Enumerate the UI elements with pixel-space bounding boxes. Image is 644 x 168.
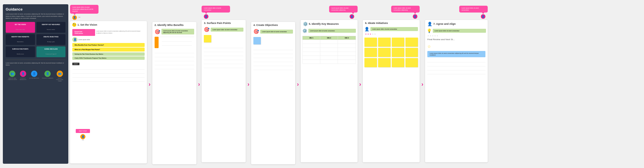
obj-title: 4. Create Objectives [253,24,278,26]
measures-cell-3-2 [320,48,338,52]
arrow-1: › [149,81,151,87]
measures-col-obj2: OBJ 2 [320,36,338,40]
guidance-node-agree-align: AGREE AND ALIGN Consensus & sign-off [36,46,66,57]
pain-icon-row: 🎯 Lorem ipsum dolor sit amet consectetur [202,26,246,33]
align-speech-bubble: Lorem ipsum dolor sit amet consectetur [459,6,488,13]
measures-cell-6-1 [302,60,320,64]
arrow-4: › [297,81,299,87]
measures-col-obj3: OBJ 3 [338,36,356,40]
section-who-benefits-wrapper: 2. Identify Who Benefits 🎯 Lorem ipsum d… [152,4,196,164]
obj-line-6 [253,66,293,70]
avatar-icon-pm: 👤 [20,71,26,77]
who-icon-row: 🎯 Lorem ipsum dolor sit amet consectetur… [152,28,196,36]
avatar-icon-scrum: 👤 [31,71,37,77]
section-ideate-initiatives: 6. Ideate Initiatives 👤 Lorem ipsum dolo… [363,20,420,162]
avatar-icon-leaders: 👤 [44,71,51,77]
pain-line-4 [204,56,243,60]
measures-cell-4-3 [338,52,356,56]
who-line-2 [162,42,192,46]
guidance-title: Guidance [6,7,65,11]
align-line-2 [427,62,485,66]
measures-row-1 [302,40,356,44]
avatar-product-managers: 👤 PRODUCTMANAGERS [20,71,26,82]
main-wrapper: Guidance Lorem ipsum dolor sit amet, con… [0,0,644,168]
sticky-7 [392,48,404,57]
vision-sticky-next: NEXT STEP [76,129,90,133]
arrow-5: › [359,81,361,87]
who-line-3 [155,49,194,53]
measures-cell-2-3 [338,44,356,48]
pain-speech-bubble: Lorem ipsum dolor sit amet consectetur [202,6,230,13]
ideate-star-1: ★ [365,33,367,35]
guidance-node-identify-benefits: IDENTIFY WHO BENEFITS Stakeholders [6,34,35,45]
obj-icon-row: 🎯 Lorem ipsum dolor sit amet consectetur [251,28,295,35]
sticky-12 [405,58,418,67]
avatar-product-leaders: 👤 PRODUCT LEADERS [42,71,54,82]
ideate-star-5: ★ [374,33,376,35]
avatar-cross-functional: 👥 CROSSFUNCTIONALTEAMS [56,71,63,82]
vision-form-line-2 [72,70,145,74]
pain-target-icon: 🎯 [204,27,210,32]
obj-line-4 [253,58,293,62]
section-set-vision-wrapper: Lorem ipsum dolor sit amet consectetur a… [70,5,147,163]
measures-cell-4-1 [302,52,320,56]
align-green-text: Lorem ipsum dolor sit amet consectetur [433,29,486,33]
vision-expected-outcomes-box: Expected Outcomes [72,29,95,36]
obj-line-1 [253,46,293,50]
avatar-icon-stakeholders: 👥 [9,71,15,77]
ideate-star-3: ★ [370,33,371,35]
arrow-2: › [198,81,200,87]
measures-cell-5-1 [302,56,320,60]
section-pain-wrapper: Lorem ipsum dolor sit amet consectetur 👤… [202,6,246,162]
vision-yellow-bar-2: What are a Pain Blopper Pain Points? [72,48,145,52]
guidance-panel: Guidance Lorem ipsum dolor sit amet, con… [3,4,68,164]
section-align-wrapper: Lorem ipsum dolor sit amet consectetur 👤… [425,6,488,162]
guidance-roles-desc: Lorem ipsum dolor sit amet, consectetur … [6,62,65,66]
ideate-star-4: ★ [372,33,374,35]
measures-row-5 [302,56,356,60]
ideate-header: 6. Ideate Initiatives [363,20,420,26]
pain-line-5 [204,60,243,64]
guidance-node-set-vision: SET THE VISION Define future state [6,22,35,33]
vision-green-bar-1: Solving the Pain Points Business Key Met… [72,52,145,56]
measures-cell-1-1 [302,40,320,44]
vision-user-label: YME [78,17,81,18]
obj-line-2 [253,50,293,54]
ideate-title: 6. Ideate Initiatives [365,22,388,24]
pain-title: 3. Surface Pain Points [204,22,231,24]
vision-dark-tag: INSERT [72,63,79,65]
measures-user-avatar: 👤 [350,14,354,19]
who-line-7 [155,65,194,69]
measures-cell-4-2 [320,52,338,56]
pain-line-2 [204,48,243,52]
avatar-icon-cross: 👥 [57,71,63,77]
vision-form-line-3 [72,74,145,78]
pain-header: 3. Surface Pain Points [202,20,246,26]
obj-target-icon: 🎯 [253,29,259,34]
section-objectives-wrapper: 4. Create Objectives 🎯 Lorem ipsum dolor… [251,4,295,164]
who-line-1 [162,38,192,42]
measures-cell-6-2 [320,60,338,64]
measures-speech-bubble: Lorem ipsum dolor sit amet consectetur a… [329,6,358,13]
pain-line-1 [204,44,243,48]
section-who-benefits: 2. Identify Who Benefits 🎯 Lorem ipsum d… [152,22,196,164]
measures-header: ⚙️ 5. Identify Key Measures [301,20,358,27]
guidance-node-surface-pain: SURFACE PAIN POINTS Identify issues [6,46,35,57]
pain-yellow-sticky [204,35,211,42]
vision-form-line-1 [72,66,145,70]
who-line-5 [155,57,194,61]
measures-cell-5-3 [338,56,356,60]
pain-line-3 [204,52,243,56]
measures-title: 5. Identify Key Measures [309,22,339,25]
arrow-6: › [421,81,423,87]
vision-green-bar-2: Clarity OKRs? Dashboards Progress? Key M… [72,56,145,60]
who-orange-block [155,37,159,48]
sticky-3 [392,38,404,47]
section-create-objectives: 4. Create Objectives 🎯 Lorem ipsum dolor… [251,22,295,164]
guidance-separator [6,60,65,60]
ideate-sticky-grid [363,36,420,69]
sticky-1 [364,38,377,47]
who-target-icon: 🎯 [155,29,160,34]
measures-gear-icon: ⚙️ [303,22,308,26]
guidance-node-create-objectives: CREATE OBJECTIVES Strategic goals [36,34,66,45]
